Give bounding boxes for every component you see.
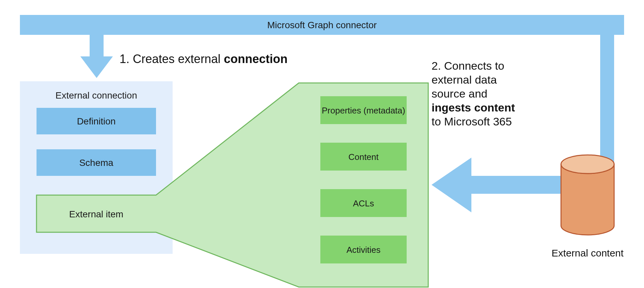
content-label: Content [348,152,379,162]
diagram-svg: Microsoft Graph connector 1. Creates ext… [0,0,644,288]
step2-caption: 2. Connects to external data source and … [432,59,518,128]
connector-bar-label: Microsoft Graph connector [267,20,377,30]
arrow-step1-icon [80,35,113,78]
step1-caption: 1. Creates external connection [120,52,287,66]
acls-label: ACLs [353,198,374,208]
external-connection-title: External connection [55,90,137,101]
schema-label: Schema [79,158,114,168]
activities-label: Activities [347,245,381,255]
svg-point-3 [561,155,614,174]
svg-marker-1 [80,56,113,78]
svg-rect-0 [90,35,104,58]
external-item-label: External item [69,209,123,219]
database-icon [561,155,614,235]
definition-label: Definition [77,116,116,126]
properties-label: Properties (metadata) [322,106,405,115]
external-content-label: External content [552,248,624,258]
